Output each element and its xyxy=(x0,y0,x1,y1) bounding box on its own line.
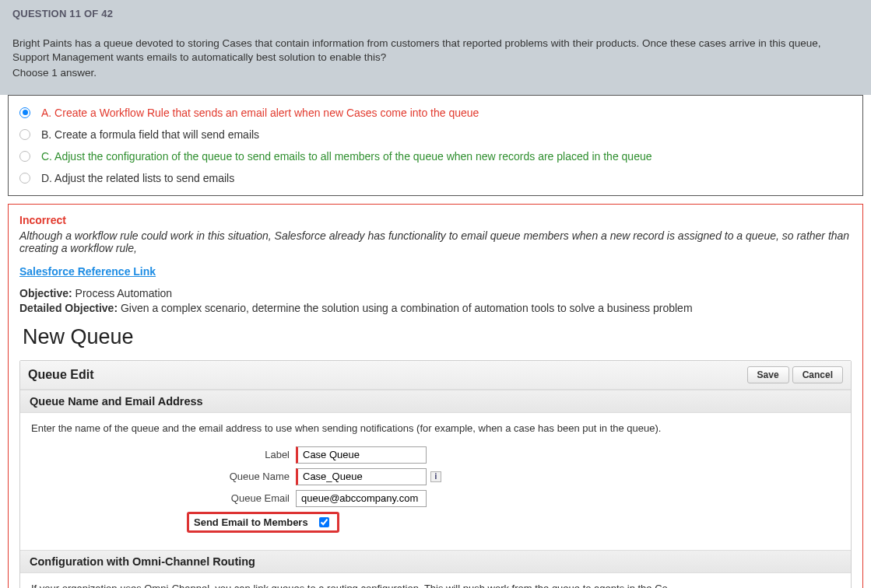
answer-d-label: D. Adjust the related lists to send emai… xyxy=(41,172,234,184)
label-queue-email: Queue Email xyxy=(31,492,296,504)
sf-edit-panel: Queue Edit Save Cancel Queue Name and Em… xyxy=(19,360,852,588)
answer-a[interactable]: A. Create a Workflow Rule that sends an … xyxy=(9,102,862,124)
sf-section1-head: Queue Name and Email Address xyxy=(20,390,851,413)
answer-d[interactable]: D. Adjust the related lists to send emai… xyxy=(9,167,862,189)
sf-section2-head: Configuration with Omni-Channel Routing xyxy=(20,550,851,573)
checkbox-send-members[interactable] xyxy=(319,517,329,527)
input-label[interactable] xyxy=(296,446,427,464)
salesforce-screenshot: New Queue Queue Edit Save Cancel Queue N… xyxy=(19,325,852,588)
radio-a[interactable] xyxy=(19,107,30,118)
question-counter: QUESTION 11 OF 42 xyxy=(0,0,871,27)
sf-heading: New Queue xyxy=(23,325,848,349)
answer-b[interactable]: B. Create a formula field that will send… xyxy=(9,124,862,145)
row-queue-email: Queue Email xyxy=(31,490,840,507)
input-queue-email[interactable] xyxy=(296,490,427,507)
row-queue-name: Queue Name i xyxy=(31,468,840,485)
question-choose: Choose 1 answer. xyxy=(12,66,859,80)
input-queue-name[interactable] xyxy=(296,468,427,485)
send-email-highlight: Send Email to Members xyxy=(187,512,339,533)
answer-c[interactable]: C. Adjust the configuration of the queue… xyxy=(9,145,862,167)
answer-a-label: A. Create a Workflow Rule that sends an … xyxy=(41,107,479,119)
objective-label: Objective: xyxy=(19,287,72,299)
question-text: Bright Paints has a queue devoted to sto… xyxy=(0,27,871,95)
answers-panel: A. Create a Workflow Rule that sends an … xyxy=(8,95,863,196)
sf-edit-title: Queue Edit xyxy=(28,368,744,382)
feedback-title: Incorrect xyxy=(19,214,852,226)
label-queue-name: Queue Name xyxy=(31,471,296,482)
question-prompt: Bright Paints has a queue devoted to sto… xyxy=(12,37,859,65)
label-send-members: Send Email to Members xyxy=(191,516,319,528)
sf-section1-body: Enter the name of the queue and the emai… xyxy=(20,413,851,550)
feedback-explanation: Although a workflow rule could work in t… xyxy=(19,229,852,254)
sf-section2-desc: If your organization uses Omni-Channel, … xyxy=(31,583,840,588)
radio-b[interactable] xyxy=(19,129,30,140)
detailed-objective-value: Given a complex scenario, determine the … xyxy=(118,302,693,314)
sf-section2-body: If your organization uses Omni-Channel, … xyxy=(20,573,851,588)
objective-row: Objective: Process Automation xyxy=(19,287,852,299)
cancel-button[interactable]: Cancel xyxy=(792,366,843,383)
sf-section1-desc: Enter the name of the queue and the emai… xyxy=(31,422,840,434)
sf-topbar: Queue Edit Save Cancel xyxy=(20,361,851,390)
save-button[interactable]: Save xyxy=(747,366,789,383)
info-icon[interactable]: i xyxy=(430,471,441,482)
reference-link[interactable]: Salesforce Reference Link xyxy=(19,265,156,278)
answer-b-label: B. Create a formula field that will send… xyxy=(41,128,259,141)
row-label: Label xyxy=(31,446,840,464)
radio-d[interactable] xyxy=(19,173,30,184)
feedback-panel: Incorrect Although a workflow rule could… xyxy=(8,204,863,588)
radio-c[interactable] xyxy=(19,151,30,162)
label-label: Label xyxy=(31,449,296,460)
answer-c-label: C. Adjust the configuration of the queue… xyxy=(41,150,652,163)
detailed-objective-label: Detailed Objective: xyxy=(19,302,118,314)
row-send-members: Send Email to Members xyxy=(31,512,840,533)
objective-value: Process Automation xyxy=(72,287,172,299)
detailed-objective-row: Detailed Objective: Given a complex scen… xyxy=(19,302,852,314)
